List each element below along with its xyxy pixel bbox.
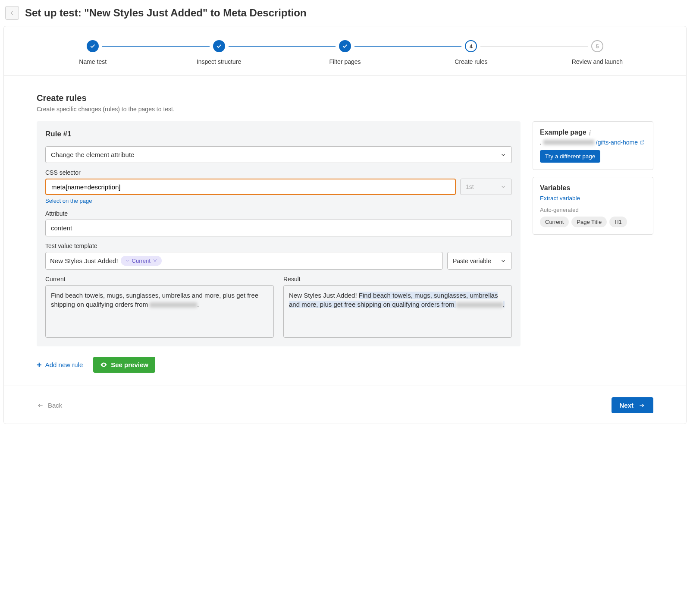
redacted-text [543,140,594,145]
see-preview-label: See preview [111,361,148,368]
step-3-circle[interactable] [339,40,351,52]
check-icon [342,43,348,49]
ordinal-value: 1st [466,183,474,190]
result-preview-label: Result [283,276,512,283]
step-1-label: Name test [79,58,107,65]
variable-chip[interactable]: Page Title [571,217,607,227]
footer-back-button[interactable]: Back [37,402,62,409]
step-2-label: Inspect structure [197,58,242,65]
ordinal-select[interactable]: 1st [460,179,512,195]
redacted-text [150,302,197,308]
add-rule-label: Add new rule [45,361,83,368]
step-5-label: Review and launch [572,58,623,65]
example-page-link[interactable]: . /gifts-and-home [540,139,646,146]
add-rule-button[interactable]: + Add new rule [37,361,83,369]
chevron-down-icon [500,258,506,264]
see-preview-button[interactable]: See preview [93,357,155,373]
variable-chip-current[interactable]: Current [121,256,162,266]
variables-panel: Variables Extract variable Auto-generate… [533,177,653,235]
close-icon[interactable] [153,258,157,263]
paste-variable-select[interactable]: Paste variable [447,252,512,270]
stepper: Name test Inspect structure Filter pages… [4,26,686,76]
arrow-left-icon [37,402,44,409]
arrow-left-icon [9,9,16,16]
variables-title: Variables [540,184,646,192]
plus-icon: + [37,361,42,369]
rule-action-value: Change the element attribute [51,151,134,158]
attribute-input[interactable] [45,220,512,236]
example-page-panel: Example page i . /gifts-and-home Try a d… [533,121,653,170]
template-text: New Styles Just Added! [50,257,118,264]
footer-next-button[interactable]: Next [612,397,653,413]
external-link-icon [640,140,645,145]
section-subtitle: Create specific changes (rules) to the p… [37,106,653,113]
current-preview-label: Current [45,276,274,283]
paste-variable-label: Paste variable [453,258,491,264]
try-different-page-button[interactable]: Try a different page [540,150,600,163]
step-5-circle[interactable]: 5 [591,40,603,52]
template-input[interactable]: New Styles Just Added! Current [45,252,443,270]
select-on-page-link[interactable]: Select on the page [45,198,92,204]
rule-panel: Rule #1 Change the element attribute CSS… [37,121,521,346]
step-4-circle[interactable]: 4 [465,40,477,52]
arrow-right-icon [638,402,646,409]
chevron-down-icon [500,184,506,190]
header-back-button[interactable] [5,6,19,20]
step-2-circle[interactable] [213,40,225,52]
rule-action-select[interactable]: Change the element attribute [45,146,512,163]
example-page-suffix: /gifts-and-home [596,139,638,146]
variable-chip[interactable]: H1 [609,217,627,227]
step-1-circle[interactable] [87,40,99,52]
auto-generated-label: Auto-generated [540,207,646,213]
step-4-label: Create rules [455,58,487,65]
extract-variable-link[interactable]: Extract variable [540,195,580,201]
info-icon[interactable]: i [589,129,595,135]
check-icon [90,43,96,49]
rule-title: Rule #1 [45,130,512,138]
variable-chip[interactable]: Current [540,217,569,227]
redacted-text [456,302,503,308]
page-title: Set up test: "New Styles Just Added" to … [25,7,307,19]
chevron-down-icon [500,152,506,158]
footer-next-label: Next [619,402,634,409]
result-prefix: New Styles Just Added! [289,292,359,299]
chevron-down-icon [125,258,130,263]
footer-back-label: Back [48,402,62,409]
css-selector-label: CSS selector [45,169,512,176]
example-page-title: Example page [540,129,586,136]
variable-chip-label: Current [132,258,151,264]
check-icon [216,43,222,49]
css-selector-input[interactable] [45,179,456,195]
eye-icon [100,361,107,368]
current-preview-box: Find beach towels, mugs, sunglasses, umb… [45,285,274,338]
attribute-label: Attribute [45,210,512,217]
result-preview-box: New Styles Just Added! Find beach towels… [283,285,512,338]
template-label: Test value template [45,242,512,249]
step-3-label: Filter pages [329,58,361,65]
section-title: Create rules [37,93,653,103]
